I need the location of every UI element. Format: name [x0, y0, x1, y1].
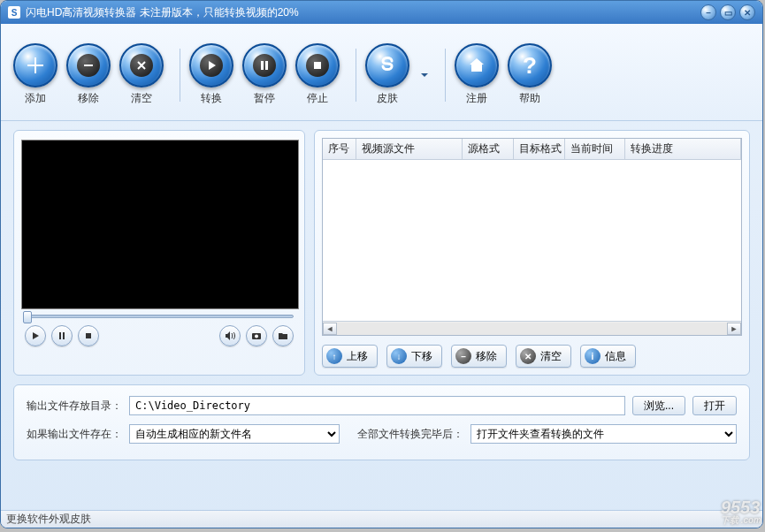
remove-button[interactable]: 移除: [66, 43, 111, 106]
minus-icon: –: [455, 348, 471, 364]
question-icon: ?: [523, 52, 537, 80]
moveup-button[interactable]: ↑上移: [322, 345, 378, 368]
scroll-left-icon[interactable]: ◄: [323, 323, 337, 335]
col-progress[interactable]: 转换进度: [625, 139, 741, 159]
main-toolbar: 添加 移除 清空 转换 暂停 停止: [1, 24, 762, 121]
open-button[interactable]: 打开: [692, 396, 737, 415]
window-title: 闪电HD高清视频转换器 未注册版本，只能转换视频的20%: [26, 5, 700, 20]
player-stop-button[interactable]: [78, 325, 99, 346]
skin-s-icon: [375, 53, 400, 78]
statusbar: 更换软件外观皮肤: [1, 510, 762, 528]
status-text: 更换软件外观皮肤: [6, 512, 91, 527]
titlebar: S 闪电HD高清视频转换器 未注册版本，只能转换视频的20% – ▭ ✕: [1, 1, 762, 24]
skin-button[interactable]: 皮肤: [365, 43, 409, 106]
scroll-track[interactable]: [337, 323, 727, 335]
svg-rect-3: [314, 62, 321, 69]
table-body[interactable]: [323, 160, 741, 321]
player-play-button[interactable]: [25, 325, 46, 346]
camera-icon: [251, 331, 262, 340]
toolbar-group-file: 添加 移除 清空: [13, 43, 171, 106]
player-pause-button[interactable]: [51, 325, 73, 346]
toolbar-group-convert: 转换 暂停 停止: [189, 43, 347, 106]
convert-label: 转换: [201, 91, 222, 106]
main-body: 序号 视频源文件 源格式 目标格式 当前时间 转换进度 ◄ ► ↑上移 ↓下移 …: [1, 121, 762, 379]
pause-label: 暂停: [254, 91, 275, 106]
ifexist-select[interactable]: 自动生成相应的新文件名: [129, 424, 340, 444]
scroll-right-icon[interactable]: ►: [727, 323, 741, 335]
skin-dropdown[interactable]: [418, 43, 429, 106]
arrow-up-icon: ↑: [326, 348, 342, 364]
player-controls: [21, 320, 297, 346]
minus-icon: [82, 59, 95, 72]
list-panel: 序号 视频源文件 源格式 目标格式 当前时间 转换进度 ◄ ► ↑上移 ↓下移 …: [314, 130, 750, 376]
horizontal-scrollbar[interactable]: ◄ ►: [323, 321, 741, 335]
remove-label: 移除: [78, 91, 99, 106]
minimize-button[interactable]: –: [700, 4, 716, 20]
x-icon: ✕: [520, 348, 536, 364]
movedown-label: 下移: [411, 349, 432, 364]
preview-panel: [13, 130, 305, 376]
seek-thumb[interactable]: [23, 311, 32, 323]
browse-button[interactable]: 浏览...: [632, 396, 685, 415]
list-remove-label: 移除: [476, 349, 497, 364]
outdir-label: 输出文件存放目录：: [27, 399, 122, 414]
movedown-button[interactable]: ↓下移: [386, 345, 442, 368]
after-label: 全部文件转换完毕后：: [357, 427, 463, 442]
player-openfolder-button[interactable]: [272, 325, 294, 346]
after-select[interactable]: 打开文件夹查看转换的文件: [470, 424, 737, 444]
col-dstfmt[interactable]: 目标格式: [514, 139, 565, 159]
toolbar-divider: [445, 49, 446, 102]
stop-icon: [311, 59, 324, 72]
speaker-icon: [225, 331, 235, 340]
player-volume-button[interactable]: [219, 325, 241, 346]
toolbar-group-misc: 注册 ? 帮助: [455, 43, 559, 106]
clear-label: 清空: [131, 91, 152, 106]
stop-button[interactable]: 停止: [295, 43, 340, 106]
svg-rect-6: [86, 333, 91, 338]
output-panel: 输出文件存放目录： 浏览... 打开 如果输出文件存在： 自动生成相应的新文件名…: [13, 384, 750, 460]
register-label: 注册: [466, 91, 487, 106]
list-remove-button[interactable]: –移除: [451, 345, 507, 368]
col-time[interactable]: 当前时间: [565, 139, 625, 159]
maximize-button[interactable]: ▭: [720, 4, 736, 20]
add-label: 添加: [25, 91, 46, 106]
register-button[interactable]: 注册: [455, 43, 499, 106]
list-clear-label: 清空: [540, 349, 562, 364]
toolbar-divider: [356, 49, 356, 102]
pause-button[interactable]: 暂停: [242, 43, 287, 106]
pause-icon: [258, 59, 271, 72]
close-button[interactable]: ✕: [739, 4, 755, 20]
info-icon: i: [585, 348, 601, 364]
svg-rect-1: [261, 61, 264, 70]
toolbar-group-skin: 皮肤: [365, 43, 436, 106]
col-no[interactable]: 序号: [323, 139, 356, 159]
chevron-down-icon: [420, 71, 429, 80]
list-clear-button[interactable]: ✕清空: [516, 345, 571, 368]
seek-slider[interactable]: [25, 315, 294, 318]
app-icon: S: [8, 6, 20, 19]
skin-label: 皮肤: [377, 91, 398, 106]
svg-rect-4: [59, 332, 61, 339]
svg-rect-0: [84, 65, 93, 66]
list-actions: ↑上移 ↓下移 –移除 ✕清空 i信息: [322, 336, 742, 368]
stop-label: 停止: [307, 91, 328, 106]
clear-button[interactable]: 清空: [119, 43, 164, 106]
player-snapshot-button[interactable]: [246, 325, 267, 346]
info-button[interactable]: i信息: [580, 345, 636, 368]
x-icon: [135, 59, 148, 72]
col-source[interactable]: 视频源文件: [356, 139, 463, 159]
seek-row: [21, 313, 297, 320]
convert-button[interactable]: 转换: [189, 43, 233, 106]
svg-rect-2: [265, 61, 268, 70]
toolbar-divider: [180, 49, 180, 102]
play-icon: [31, 331, 40, 340]
outdir-input[interactable]: [129, 396, 625, 415]
add-button[interactable]: 添加: [13, 43, 57, 106]
col-srcfmt[interactable]: 源格式: [463, 139, 514, 159]
file-table: 序号 视频源文件 源格式 目标格式 当前时间 转换进度 ◄ ►: [322, 138, 742, 336]
help-button[interactable]: ? 帮助: [508, 43, 552, 106]
video-preview: [21, 140, 299, 309]
home-icon: [467, 56, 486, 75]
plus-icon: [26, 56, 45, 75]
svg-point-8: [255, 335, 258, 338]
